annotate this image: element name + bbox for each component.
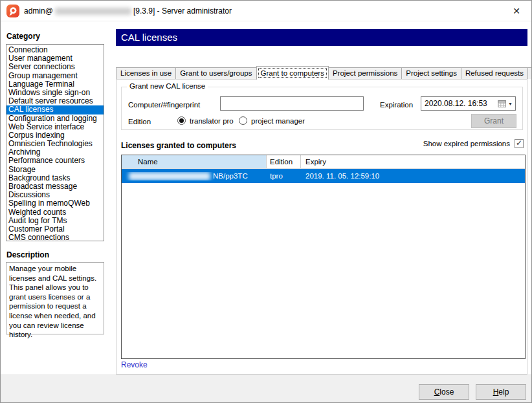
tab-settings[interactable]: Settings [527,67,532,79]
cell-name: NB/pp3TC [122,172,267,180]
sidebar-item-cal-licenses[interactable]: CAL licenses [6,105,104,114]
table-row[interactable]: NB/pp3TC tpro 2019. 11. 05. 12:59:10 [122,169,525,183]
sidebar-item-connection[interactable]: Connection [6,46,104,54]
show-expired-label: Show expired permissions [423,140,510,147]
tab-grant-to-users-groups[interactable]: Grant to users/groups [175,67,256,79]
description-label: Description [6,250,49,259]
window-title-user: admin@ [24,6,53,16]
redacted-computer-name [129,172,210,180]
tab-grant-to-computers[interactable]: Grant to computers [256,66,329,80]
server-administrator-window: admin@[9.3.9] - Server administrator ✕ C… [0,0,532,403]
sidebar-item-web-service-interface[interactable]: Web Service interface [6,123,104,131]
cell-name-text: NB/pp3TC [213,172,248,180]
close-button[interactable]: Close [419,384,469,400]
computer-fingerprint-input[interactable] [220,96,364,111]
sidebar-item-configuration-and-logging[interactable]: Configuration and logging [6,114,104,123]
tab-strip: Licenses in use Grant to users/groups Gr… [116,67,527,79]
window-title-rest: [9.3.9] - Server administrator [133,6,232,16]
window-title: admin@[9.3.9] - Server administrator [24,1,232,21]
close-icon[interactable]: ✕ [510,5,523,17]
sidebar-item-cms-connections[interactable]: CMS connections [6,234,104,241]
tab-project-settings[interactable]: Project settings [401,67,461,79]
column-header-edition[interactable]: Edition [267,155,301,168]
help-button-label: Help [476,385,526,399]
category-label: Category [6,32,40,41]
licenses-granted-title: Licenses granted to computers [121,141,236,150]
radio-button-icon [177,116,186,125]
sidebar-item-broadcast-message[interactable]: Broadcast message [6,182,104,191]
edition-label: Edition [128,118,151,125]
grant-button[interactable]: Grant [471,114,516,128]
memoq-logo-icon [6,5,19,17]
calendar-icon [498,100,507,108]
column-header-expiry[interactable]: Expiry [301,155,525,168]
licenses-table: Name Edition Expiry NB/pp3TC tpro 2019. … [121,155,526,359]
close-button-label: Close [419,385,469,399]
expiration-label: Expiration [380,101,413,109]
sidebar-item-background-tasks[interactable]: Background tasks [6,174,104,182]
column-header-name[interactable]: Name [122,155,267,168]
sidebar-item-customer-portal[interactable]: Customer Portal [6,225,104,234]
help-button[interactable]: Help [476,384,526,400]
radio-project-manager[interactable]: project manager [239,116,305,125]
checkmark-icon: ✓ [516,138,522,147]
radio-button-icon [239,116,247,125]
sidebar-item-default-server-resources[interactable]: Default server resources [6,97,104,105]
cell-edition: tpro [267,172,301,180]
sidebar-item-performance-counters[interactable]: Performance counters [6,157,104,165]
show-expired-checkbox[interactable]: ✓ [515,139,524,148]
sidebar-item-language-terminal[interactable]: Language Terminal [6,80,104,89]
description-text: Manage your mobile licenses and CAL sett… [6,262,104,334]
sidebar-item-corpus-indexing[interactable]: Corpus indexing [6,131,104,140]
sidebar-item-discussions[interactable]: Discussions [6,191,104,199]
sidebar-item-server-connections[interactable]: Server connections [6,63,104,71]
category-listbox: Connection User management Server connec… [6,44,104,241]
table-header: Name Edition Expiry [122,155,525,169]
dialog-footer: Close Help [1,375,531,403]
sidebar-item-storage[interactable]: Storage [6,166,104,174]
tab-page-grant-to-computers: Grant new CAL license Computer/#fingerpr… [116,79,527,375]
sidebar-item-windows-single-sign-on[interactable]: Windows single sign-on [6,89,104,97]
radio-project-manager-label: project manager [251,117,305,125]
expiration-value: 2020.08.12. 16:53 [421,99,498,108]
sidebar-item-spelling-in-memoqweb[interactable]: Spelling in memoQWeb [6,199,104,208]
redacted-server-name [55,8,131,15]
sidebar-item-weighted-counts[interactable]: Weighted counts [6,208,104,217]
expiration-date-picker[interactable]: 2020.08.12. 16:53 ▼ [421,96,516,111]
sidebar-item-omniscien-technologies[interactable]: Omniscien Technologies [6,140,104,148]
computer-fingerprint-label: Computer/#fingerprint [128,101,200,109]
title-bar: admin@[9.3.9] - Server administrator ✕ [1,1,531,21]
sidebar-item-group-management[interactable]: Group management [6,72,104,80]
show-expired-permissions: Show expired permissions ✓ [423,139,524,148]
chevron-down-icon[interactable]: ▼ [507,102,515,106]
sidebar-item-audit-log-for-tms[interactable]: Audit log for TMs [6,217,104,225]
sidebar-item-user-management[interactable]: User management [6,54,104,63]
tab-refused-requests[interactable]: Refused requests [461,67,528,79]
radio-translator-pro-label: translator pro [190,117,234,125]
tab-licenses-in-use[interactable]: Licenses in use [116,67,176,79]
page-title: CAL licenses [116,29,527,46]
grant-new-cal-license-group: Grant new CAL license Computer/#fingerpr… [121,87,523,130]
sidebar-item-archiving[interactable]: Archiving [6,148,104,157]
revoke-link[interactable]: Revoke [121,360,148,369]
tab-project-permissions[interactable]: Project permissions [328,67,402,79]
group-title: Grant new CAL license [127,82,208,90]
cell-expiry: 2019. 11. 05. 12:59:10 [301,172,525,180]
radio-translator-pro[interactable]: translator pro [177,116,234,125]
